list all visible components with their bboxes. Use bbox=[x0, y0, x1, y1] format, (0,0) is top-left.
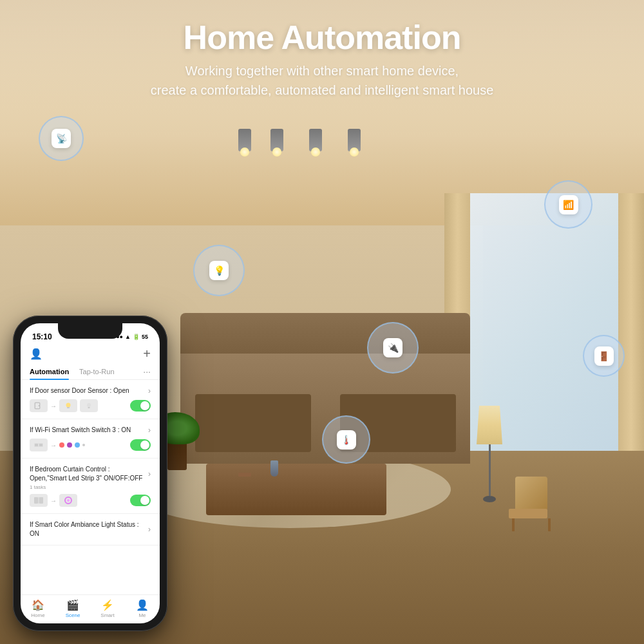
battery-level: 55 bbox=[142, 334, 148, 340]
automation-arrow-3: › bbox=[148, 469, 151, 478]
led-dot-gray bbox=[82, 444, 85, 446]
av-arrow-1: → bbox=[50, 402, 57, 410]
automation-item-2[interactable]: If Wi-Fi Smart Switch Switch 3 : ON › → bbox=[21, 419, 160, 459]
automation-text-1: If Door sensor Door Sensor : Open bbox=[30, 386, 146, 395]
curtain-right bbox=[618, 193, 644, 451]
page-subtitle: Working together with other smart home d… bbox=[13, 61, 631, 100]
sofa-cushion-left bbox=[195, 394, 311, 452]
chair-legs bbox=[509, 518, 554, 531]
led-dot-blue bbox=[75, 442, 80, 448]
chair-back bbox=[515, 477, 547, 509]
automation-list: If Door sensor Door Sensor : Open › → bbox=[21, 380, 160, 594]
ceiling-light-4 bbox=[348, 129, 361, 151]
nav-me[interactable]: 👤 Me bbox=[125, 599, 160, 618]
smart-nav-label: Smart bbox=[100, 612, 114, 618]
automation-item-4[interactable]: If Smart Color Ambiance Light Status : O… bbox=[21, 514, 160, 545]
tasks-count-3: 1 tasks bbox=[30, 484, 151, 490]
ceiling-light-2 bbox=[270, 129, 283, 151]
automation-arrow-2: › bbox=[148, 426, 151, 435]
scene-nav-label: Scene bbox=[66, 612, 80, 618]
device-bubble-lamp: 💡 bbox=[193, 245, 245, 296]
svg-point-3 bbox=[66, 403, 71, 408]
automation-row-1: If Door sensor Door Sensor : Open › bbox=[30, 386, 151, 395]
automation-text-3: If Bedroom Curtain Control : Open,"Smart… bbox=[30, 465, 146, 483]
av-box-1a bbox=[30, 399, 48, 412]
nav-home[interactable]: 🏠 Home bbox=[21, 599, 55, 618]
floor-lamp bbox=[477, 406, 502, 502]
av-box-3b bbox=[59, 494, 77, 507]
av-box-3a bbox=[30, 494, 48, 507]
av-arrow-2: → bbox=[50, 442, 57, 449]
wifi-icon: ▲ bbox=[125, 334, 131, 340]
user-icon[interactable]: 👤 bbox=[30, 348, 43, 360]
svg-rect-9 bbox=[39, 444, 43, 446]
top-bar: 👤 + bbox=[21, 344, 160, 364]
tab-bar: Automation Tap-to-Run ··· bbox=[21, 364, 160, 380]
lamp-pole bbox=[489, 444, 491, 496]
bulb-icon-2 bbox=[84, 402, 94, 410]
books bbox=[238, 473, 251, 477]
light-bulb-icon bbox=[63, 402, 73, 410]
automation-text-4: If Smart Color Ambiance Light Status : O… bbox=[30, 520, 146, 538]
phone-screen: 15:10 ●●● ▲ 🔋 55 👤 + Automation Tap-to-R… bbox=[21, 323, 160, 623]
svg-rect-10 bbox=[34, 497, 38, 504]
device-bubble-switch: 🔌 bbox=[367, 322, 419, 374]
vase bbox=[270, 460, 278, 477]
phone-mockup: 15:10 ●●● ▲ 🔋 55 👤 + Automation Tap-to-R… bbox=[13, 316, 167, 631]
svg-rect-11 bbox=[39, 497, 43, 504]
tab-automation[interactable]: Automation bbox=[30, 364, 69, 379]
home-nav-icon: 🏠 bbox=[32, 599, 44, 611]
device-bubble-thermostat: 🌡️ bbox=[322, 415, 370, 464]
led-strip-icon bbox=[63, 496, 73, 505]
phone-frame: 15:10 ●●● ▲ 🔋 55 👤 + Automation Tap-to-R… bbox=[13, 316, 167, 631]
sofa-back bbox=[180, 313, 470, 354]
toggle-switch-2[interactable] bbox=[130, 439, 151, 451]
toggle-switch-3[interactable] bbox=[130, 495, 151, 506]
chair-seat bbox=[509, 509, 547, 518]
device-bubble-gateway: 📶 bbox=[544, 180, 592, 229]
door-icon bbox=[33, 402, 44, 410]
automation-row-2: If Wi-Fi Smart Switch Switch 3 : ON › bbox=[30, 426, 151, 435]
battery-icon: 🔋 bbox=[133, 334, 140, 340]
device-bubble-motion-sensor: 📡 bbox=[39, 116, 84, 161]
lamp-icon: 💡 bbox=[209, 261, 229, 280]
phone-notch bbox=[58, 322, 122, 339]
automation-visual-2: → bbox=[30, 439, 151, 451]
add-button[interactable]: + bbox=[143, 346, 151, 361]
switch-icon bbox=[33, 441, 44, 449]
curtain-icon bbox=[33, 497, 44, 504]
ceiling-light-3 bbox=[309, 129, 322, 151]
automation-arrow-4: › bbox=[148, 525, 151, 534]
lamp-shade bbox=[477, 406, 502, 444]
coffee-table bbox=[206, 464, 386, 515]
tab-tap-to-run[interactable]: Tap-to-Run bbox=[79, 364, 114, 379]
me-nav-icon: 👤 bbox=[136, 599, 149, 611]
led-dot-purple bbox=[67, 442, 72, 448]
automation-visual-1: → bbox=[30, 399, 151, 412]
automation-arrow-1: › bbox=[148, 386, 151, 395]
svg-rect-4 bbox=[67, 407, 70, 408]
switch-icon: 🔌 bbox=[383, 338, 402, 357]
status-time: 15:10 bbox=[32, 332, 52, 341]
svg-point-2 bbox=[39, 405, 40, 406]
more-options-icon[interactable]: ··· bbox=[143, 366, 151, 377]
header: Home Automation Working together with ot… bbox=[0, 0, 644, 113]
automation-item-1[interactable]: If Door sensor Door Sensor : Open › → bbox=[21, 380, 160, 419]
nav-smart[interactable]: ⚡ Smart bbox=[90, 599, 125, 618]
automation-row-3: If Bedroom Curtain Control : Open,"Smart… bbox=[30, 465, 151, 483]
lamp-base bbox=[483, 496, 496, 502]
thermostat-icon: 🌡️ bbox=[337, 430, 356, 450]
toggle-switch-1[interactable] bbox=[130, 400, 151, 412]
plant bbox=[167, 431, 187, 470]
home-nav-label: Home bbox=[31, 612, 44, 618]
av-box-1c bbox=[80, 399, 98, 412]
page-title: Home Automation bbox=[13, 19, 631, 56]
svg-rect-6 bbox=[88, 407, 90, 408]
av-box-2a bbox=[30, 439, 48, 451]
chair-leg-1 bbox=[512, 518, 515, 531]
automation-item-3[interactable]: If Bedroom Curtain Control : Open,"Smart… bbox=[21, 459, 160, 514]
motion-sensor-icon: 📡 bbox=[52, 129, 71, 148]
svg-rect-8 bbox=[35, 444, 38, 446]
scene-nav-icon: 🎬 bbox=[66, 599, 79, 611]
nav-scene[interactable]: 🎬 Scene bbox=[55, 599, 90, 618]
